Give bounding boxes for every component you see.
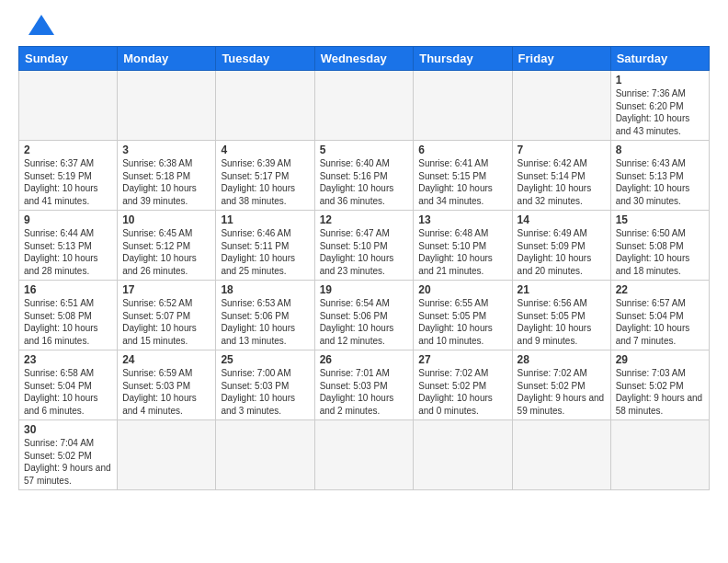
day-number: 21: [518, 283, 606, 296]
table-row: [19, 71, 118, 141]
day-number: 7: [518, 144, 606, 156]
day-info: Sunrise: 7:02 AM Sunset: 5:02 PM Dayligh…: [418, 367, 506, 417]
day-info: Sunrise: 7:02 AM Sunset: 5:02 PM Dayligh…: [518, 367, 606, 417]
table-row: 15Sunrise: 6:50 AM Sunset: 5:08 PM Dayli…: [610, 211, 709, 281]
svg-marker-0: [28, 15, 54, 35]
header: [18, 15, 710, 39]
day-info: Sunrise: 6:46 AM Sunset: 5:11 PM Dayligh…: [221, 227, 309, 277]
day-info: Sunrise: 6:54 AM Sunset: 5:06 PM Dayligh…: [320, 297, 409, 347]
day-number: 12: [320, 213, 409, 226]
table-row: 25Sunrise: 7:00 AM Sunset: 5:03 PM Dayli…: [216, 350, 314, 420]
col-friday: Friday: [512, 47, 610, 71]
col-monday: Monday: [118, 47, 216, 71]
table-row: 5Sunrise: 6:40 AM Sunset: 5:16 PM Daylig…: [314, 141, 414, 211]
table-row: 10Sunrise: 6:45 AM Sunset: 5:12 PM Dayli…: [118, 211, 216, 281]
day-number: 8: [616, 144, 704, 156]
table-row: 24Sunrise: 6:59 AM Sunset: 5:03 PM Dayli…: [118, 350, 216, 420]
table-row: [414, 420, 512, 490]
day-info: Sunrise: 6:39 AM Sunset: 5:17 PM Dayligh…: [221, 157, 309, 207]
day-info: Sunrise: 7:04 AM Sunset: 5:02 PM Dayligh…: [24, 437, 112, 487]
col-sunday: Sunday: [19, 47, 118, 71]
table-row: [314, 71, 414, 141]
day-number: 2: [24, 144, 112, 156]
table-row: 30Sunrise: 7:04 AM Sunset: 5:02 PM Dayli…: [19, 420, 118, 490]
col-saturday: Saturday: [610, 47, 709, 71]
day-info: Sunrise: 6:48 AM Sunset: 5:10 PM Dayligh…: [418, 227, 506, 277]
day-info: Sunrise: 6:59 AM Sunset: 5:03 PM Dayligh…: [122, 367, 210, 417]
table-row: [118, 420, 216, 490]
table-row: 9Sunrise: 6:44 AM Sunset: 5:13 PM Daylig…: [19, 211, 118, 281]
day-info: Sunrise: 6:45 AM Sunset: 5:12 PM Dayligh…: [122, 227, 210, 277]
table-row: [216, 420, 314, 490]
table-row: 8Sunrise: 6:43 AM Sunset: 5:13 PM Daylig…: [610, 141, 709, 211]
day-number: 15: [616, 213, 704, 226]
table-row: 16Sunrise: 6:51 AM Sunset: 5:08 PM Dayli…: [19, 281, 118, 350]
day-info: Sunrise: 7:36 AM Sunset: 6:20 PM Dayligh…: [616, 87, 704, 137]
day-number: 29: [616, 353, 704, 366]
day-info: Sunrise: 6:52 AM Sunset: 5:07 PM Dayligh…: [122, 297, 210, 347]
table-row: 14Sunrise: 6:49 AM Sunset: 5:09 PM Dayli…: [512, 211, 610, 281]
table-row: 22Sunrise: 6:57 AM Sunset: 5:04 PM Dayli…: [610, 281, 709, 350]
table-row: 29Sunrise: 7:03 AM Sunset: 5:02 PM Dayli…: [610, 350, 709, 420]
day-number: 30: [24, 423, 112, 436]
table-row: 1Sunrise: 7:36 AM Sunset: 6:20 PM Daylig…: [610, 71, 709, 141]
day-number: 24: [122, 353, 210, 366]
day-number: 5: [320, 144, 409, 156]
col-wednesday: Wednesday: [314, 47, 414, 71]
table-row: 27Sunrise: 7:02 AM Sunset: 5:02 PM Dayli…: [414, 350, 512, 420]
table-row: 2Sunrise: 6:37 AM Sunset: 5:19 PM Daylig…: [19, 141, 118, 211]
day-info: Sunrise: 6:40 AM Sunset: 5:16 PM Dayligh…: [320, 157, 409, 207]
table-row: 11Sunrise: 6:46 AM Sunset: 5:11 PM Dayli…: [216, 211, 314, 281]
table-row: 3Sunrise: 6:38 AM Sunset: 5:18 PM Daylig…: [118, 141, 216, 211]
table-row: [610, 420, 709, 490]
table-row: 13Sunrise: 6:48 AM Sunset: 5:10 PM Dayli…: [414, 211, 512, 281]
day-number: 11: [221, 213, 309, 226]
col-tuesday: Tuesday: [216, 47, 314, 71]
table-row: 26Sunrise: 7:01 AM Sunset: 5:03 PM Dayli…: [314, 350, 414, 420]
table-row: 19Sunrise: 6:54 AM Sunset: 5:06 PM Dayli…: [314, 281, 414, 350]
day-info: Sunrise: 6:51 AM Sunset: 5:08 PM Dayligh…: [24, 297, 112, 347]
col-thursday: Thursday: [414, 47, 512, 71]
table-row: 28Sunrise: 7:02 AM Sunset: 5:02 PM Dayli…: [512, 350, 610, 420]
day-number: 18: [221, 283, 309, 296]
table-row: 7Sunrise: 6:42 AM Sunset: 5:14 PM Daylig…: [512, 141, 610, 211]
table-row: 23Sunrise: 6:58 AM Sunset: 5:04 PM Dayli…: [19, 350, 118, 420]
day-number: 23: [24, 353, 112, 366]
day-info: Sunrise: 6:47 AM Sunset: 5:10 PM Dayligh…: [320, 227, 409, 277]
calendar-header-row: Sunday Monday Tuesday Wednesday Thursday…: [19, 47, 710, 71]
day-info: Sunrise: 7:01 AM Sunset: 5:03 PM Dayligh…: [320, 367, 409, 417]
day-number: 26: [320, 353, 409, 366]
table-row: 6Sunrise: 6:41 AM Sunset: 5:15 PM Daylig…: [414, 141, 512, 211]
day-number: 22: [616, 283, 704, 296]
day-number: 10: [122, 213, 210, 226]
day-number: 3: [122, 144, 210, 156]
table-row: 4Sunrise: 6:39 AM Sunset: 5:17 PM Daylig…: [216, 141, 314, 211]
day-info: Sunrise: 6:37 AM Sunset: 5:19 PM Dayligh…: [24, 157, 112, 207]
logo: [18, 15, 54, 39]
day-number: 17: [122, 283, 210, 296]
day-number: 4: [221, 144, 309, 156]
day-info: Sunrise: 6:53 AM Sunset: 5:06 PM Dayligh…: [221, 297, 309, 347]
table-row: 21Sunrise: 6:56 AM Sunset: 5:05 PM Dayli…: [512, 281, 610, 350]
day-number: 6: [418, 144, 506, 156]
logo-area: [18, 15, 54, 39]
logo-triangle-icon: [28, 15, 54, 35]
day-info: Sunrise: 6:50 AM Sunset: 5:08 PM Dayligh…: [616, 227, 704, 277]
table-row: [512, 420, 610, 490]
table-row: [512, 71, 610, 141]
day-number: 27: [418, 353, 506, 366]
table-row: 17Sunrise: 6:52 AM Sunset: 5:07 PM Dayli…: [118, 281, 216, 350]
page: Sunday Monday Tuesday Wednesday Thursday…: [0, 0, 728, 500]
day-info: Sunrise: 7:03 AM Sunset: 5:02 PM Dayligh…: [616, 367, 704, 417]
calendar: Sunday Monday Tuesday Wednesday Thursday…: [18, 46, 710, 490]
day-info: Sunrise: 6:49 AM Sunset: 5:09 PM Dayligh…: [518, 227, 606, 277]
day-info: Sunrise: 6:38 AM Sunset: 5:18 PM Dayligh…: [122, 157, 210, 207]
day-number: 25: [221, 353, 309, 366]
table-row: 18Sunrise: 6:53 AM Sunset: 5:06 PM Dayli…: [216, 281, 314, 350]
table-row: [216, 71, 314, 141]
day-number: 9: [24, 213, 112, 226]
day-number: 14: [518, 213, 606, 226]
day-number: 19: [320, 283, 409, 296]
day-number: 1: [616, 74, 704, 86]
day-info: Sunrise: 6:56 AM Sunset: 5:05 PM Dayligh…: [518, 297, 606, 347]
